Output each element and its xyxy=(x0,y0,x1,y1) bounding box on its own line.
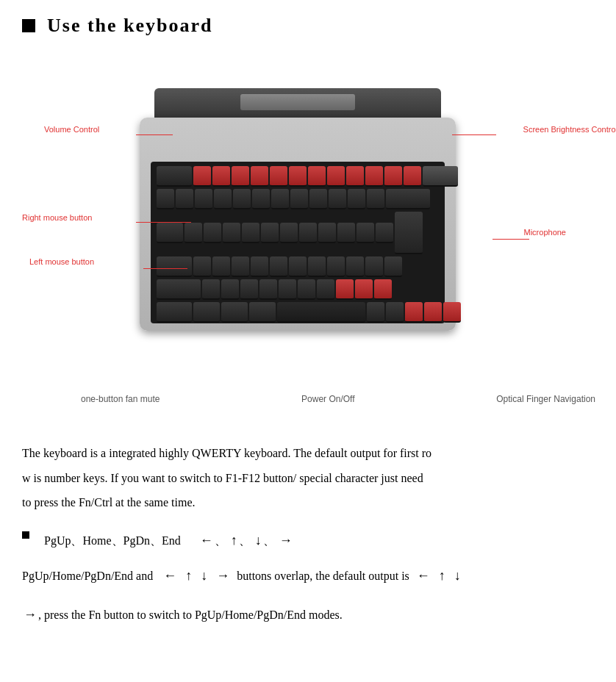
key-arrow-down xyxy=(424,302,442,323)
key-1 xyxy=(157,189,174,209)
key-d xyxy=(232,256,249,277)
key-e xyxy=(223,223,240,243)
bullet-paragraph-1: PgUp、Home、PgDn、End ←、 ↑、 ↓、 → xyxy=(22,527,594,555)
para-1-line-2: w is number keys. If you want to switch … xyxy=(22,472,423,484)
bullet-1-text: PgUp、Home、PgDn、End ←、 ↑、 ↓、 → xyxy=(44,527,294,555)
key-2 xyxy=(176,189,193,209)
volume-control-label: Volume Control xyxy=(44,125,99,134)
key-f7 xyxy=(308,166,326,187)
keyboard-row-2 xyxy=(157,212,439,254)
key-7 xyxy=(271,189,289,209)
key-pgdn xyxy=(443,302,461,323)
left-mouse-label: Left mouse button xyxy=(29,257,94,266)
key-semicolon xyxy=(365,256,383,277)
arrow-up-1: ↑ xyxy=(231,533,237,548)
keyboard-body xyxy=(140,118,456,331)
key-caps xyxy=(157,256,192,277)
key-b xyxy=(279,279,296,300)
keyboard-keys-area xyxy=(151,162,445,323)
key-bracket-open xyxy=(376,223,393,243)
ann-line-volume xyxy=(136,134,173,135)
para-1-line-3: to press the Fn/Ctrl at the same time. xyxy=(22,496,196,509)
arrow-left-1: ← xyxy=(200,533,213,548)
key-esc xyxy=(157,166,192,187)
key-w xyxy=(204,223,221,243)
bottom-labels-container: one-button fan mute Power On/Off Optical… xyxy=(81,394,595,404)
paragraph-2: PgUp/Home/PgDn/End and ← ↑ ↓ → buttons o… xyxy=(22,562,594,590)
key-v xyxy=(259,279,277,300)
key-f5 xyxy=(270,166,287,187)
key-period xyxy=(386,302,404,323)
arrow-right-2: → xyxy=(216,568,229,583)
arrow-right-1: → xyxy=(279,533,293,548)
key-8 xyxy=(290,189,308,209)
arrow-left-2: ← xyxy=(163,568,176,583)
key-m xyxy=(317,279,334,300)
key-3 xyxy=(195,189,212,209)
key-a xyxy=(193,256,211,277)
ann-line-left-mouse xyxy=(143,268,187,269)
key-z xyxy=(202,279,220,300)
key-6 xyxy=(252,189,270,209)
key-0 xyxy=(329,189,346,209)
keyboard-diagram: Volume Control Screen Brightness Control… xyxy=(22,51,616,419)
key-f6 xyxy=(289,166,307,187)
paragraph-2-continued: →, press the Fn button to switch to PgUp… xyxy=(22,601,594,629)
key-g xyxy=(270,256,287,277)
para-2-start: PgUp/Home/PgDn/End and xyxy=(22,570,153,582)
key-p xyxy=(357,223,374,243)
keyboard-screen-top xyxy=(154,88,441,121)
title-bullet xyxy=(22,19,35,32)
key-fn-bot xyxy=(193,302,220,323)
key-9 xyxy=(309,189,327,209)
key-f10 xyxy=(365,166,383,187)
key-n xyxy=(298,279,315,300)
key-f1 xyxy=(193,166,211,187)
key-tab xyxy=(157,223,183,243)
fan-mute-label: one-button fan mute xyxy=(81,394,160,404)
arrow-up-3: ↑ xyxy=(439,568,445,583)
key-f xyxy=(251,256,268,277)
ann-line-right-mouse xyxy=(136,222,191,223)
key-j xyxy=(308,256,326,277)
arrow-left-3: ← xyxy=(417,568,430,583)
arrow-right-3: → xyxy=(24,607,37,622)
key-alt xyxy=(249,302,276,323)
key-k xyxy=(327,256,345,277)
keyboard-row-3 xyxy=(157,256,439,277)
key-f9 xyxy=(346,166,364,187)
key-backspace xyxy=(386,189,430,209)
key-equals xyxy=(367,189,384,209)
key-arrow-left xyxy=(336,279,354,300)
key-o xyxy=(337,223,355,243)
paragraph-1: The keyboard is a integrated highly QWER… xyxy=(22,441,594,515)
page-title: Use the keyboard xyxy=(22,15,594,37)
arrow-down-1: ↓ xyxy=(255,533,262,548)
key-h xyxy=(289,256,307,277)
para-1-line-1: The keyboard is a integrated highly QWER… xyxy=(22,447,431,459)
key-f8 xyxy=(327,166,345,187)
key-x xyxy=(221,279,239,300)
keyboard-row-5 xyxy=(157,302,439,323)
arrow-down-3: ↓ xyxy=(454,568,461,583)
main-content: The keyboard is a integrated highly QWER… xyxy=(22,441,594,629)
key-l xyxy=(346,256,364,277)
key-space xyxy=(277,302,365,323)
screen-brightness-label: Screen Brightness Control xyxy=(523,125,616,134)
key-comma xyxy=(367,302,384,323)
right-mouse-label: Right mouse button xyxy=(22,213,92,222)
bullet-square-icon xyxy=(22,531,29,539)
key-c xyxy=(240,279,258,300)
key-r xyxy=(242,223,259,243)
key-i xyxy=(318,223,336,243)
key-5 xyxy=(233,189,251,209)
para-2-end: , press the Fn button to switch to PgUp/… xyxy=(38,609,343,621)
keyboard-row-0 xyxy=(157,166,439,187)
key-f2 xyxy=(212,166,230,187)
key-shift-l xyxy=(157,279,201,300)
key-f11 xyxy=(384,166,402,187)
ann-line-brightness xyxy=(452,134,496,135)
key-t xyxy=(261,223,279,243)
key-arrow-up xyxy=(355,279,373,300)
bullet-1-main-text: PgUp、Home、PgDn、End xyxy=(44,534,181,547)
